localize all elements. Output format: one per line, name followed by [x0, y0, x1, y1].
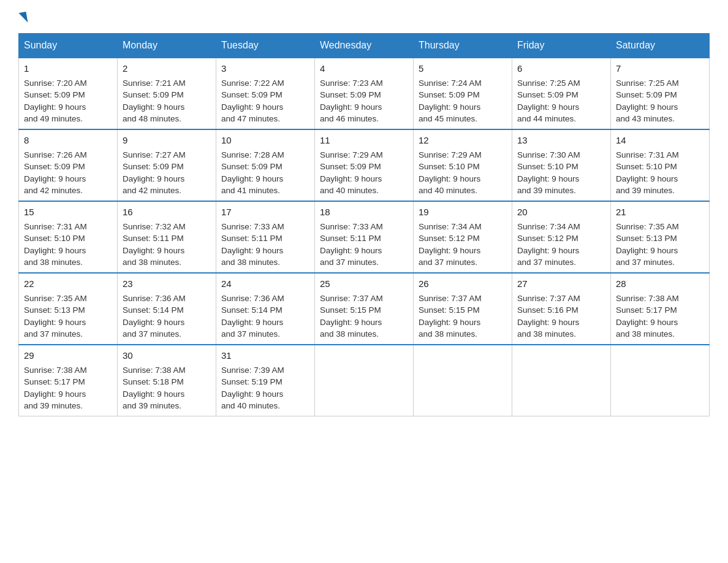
calendar-day-cell: 24 Sunrise: 7:36 AM Sunset: 5:14 PM Dayl… [216, 273, 315, 345]
header-day-friday: Friday [512, 34, 611, 58]
sunrise-label: Sunrise: 7:37 AM [517, 294, 580, 303]
empty-cell [611, 345, 710, 416]
calendar-day-cell: 10 Sunrise: 7:28 AM Sunset: 5:09 PM Dayl… [216, 129, 315, 201]
daylight-label: Daylight: 9 hours [419, 246, 480, 255]
sunrise-label: Sunrise: 7:37 AM [320, 294, 383, 303]
day-number: 1 [24, 62, 112, 75]
sunrise-label: Sunrise: 7:22 AM [221, 79, 284, 88]
daylight-label: Daylight: 9 hours [616, 318, 678, 327]
logo [18, 12, 28, 23]
day-number: 9 [123, 134, 211, 147]
calendar-week-row: 15 Sunrise: 7:31 AM Sunset: 5:10 PM Dayl… [19, 201, 710, 273]
day-number: 17 [221, 205, 309, 219]
header-day-tuesday: Tuesday [216, 34, 315, 58]
daylight-label: Daylight: 9 hours [24, 174, 86, 183]
sunrise-label: Sunrise: 7:38 AM [24, 366, 87, 375]
sunrise-label: Sunrise: 7:32 AM [123, 222, 186, 231]
sunset-label: Sunset: 5:09 PM [616, 90, 677, 99]
daylight-minutes: and 38 minutes. [419, 329, 477, 339]
calendar-day-cell: 30 Sunrise: 7:38 AM Sunset: 5:18 PM Dayl… [118, 345, 216, 416]
day-number: 13 [517, 134, 605, 147]
sunset-label: Sunset: 5:09 PM [221, 90, 282, 99]
day-number: 31 [221, 349, 309, 362]
sunset-label: Sunset: 5:10 PM [616, 162, 677, 171]
sunset-label: Sunset: 5:17 PM [24, 377, 85, 386]
daylight-label: Daylight: 9 hours [24, 318, 86, 327]
calendar-day-cell: 8 Sunrise: 7:26 AM Sunset: 5:09 PM Dayli… [19, 129, 118, 201]
daylight-minutes: and 39 minutes. [123, 401, 181, 410]
daylight-minutes: and 38 minutes. [123, 258, 181, 267]
header-day-saturday: Saturday [611, 34, 710, 58]
daylight-label: Daylight: 9 hours [419, 102, 480, 112]
day-number: 10 [221, 134, 309, 147]
daylight-minutes: and 37 minutes. [419, 258, 477, 267]
sunset-label: Sunset: 5:15 PM [419, 305, 480, 315]
sunrise-label: Sunrise: 7:36 AM [221, 294, 284, 303]
daylight-minutes: and 44 minutes. [517, 114, 576, 123]
daylight-minutes: and 40 minutes. [419, 186, 477, 195]
daylight-minutes: and 39 minutes. [24, 401, 83, 410]
calendar-day-cell: 29 Sunrise: 7:38 AM Sunset: 5:17 PM Dayl… [19, 345, 118, 416]
day-number: 20 [517, 205, 605, 219]
daylight-minutes: and 45 minutes. [419, 114, 477, 123]
day-number: 25 [320, 277, 408, 291]
daylight-minutes: and 37 minutes. [123, 329, 181, 339]
sunrise-label: Sunrise: 7:24 AM [419, 79, 482, 88]
daylight-label: Daylight: 9 hours [123, 318, 184, 327]
daylight-label: Daylight: 9 hours [221, 389, 283, 399]
daylight-minutes: and 42 minutes. [123, 186, 181, 195]
calendar-day-cell: 15 Sunrise: 7:31 AM Sunset: 5:10 PM Dayl… [19, 201, 118, 273]
day-number: 18 [320, 205, 408, 219]
daylight-minutes: and 48 minutes. [123, 114, 181, 123]
sunset-label: Sunset: 5:09 PM [419, 90, 480, 99]
daylight-minutes: and 37 minutes. [221, 329, 280, 339]
calendar-table: SundayMondayTuesdayWednesdayThursdayFrid… [18, 33, 710, 416]
daylight-minutes: and 49 minutes. [24, 114, 83, 123]
sunrise-label: Sunrise: 7:39 AM [221, 366, 284, 375]
daylight-label: Daylight: 9 hours [221, 318, 283, 327]
sunset-label: Sunset: 5:09 PM [221, 162, 282, 171]
daylight-label: Daylight: 9 hours [517, 102, 579, 112]
calendar-day-cell: 18 Sunrise: 7:33 AM Sunset: 5:11 PM Dayl… [315, 201, 414, 273]
calendar-day-cell: 7 Sunrise: 7:25 AM Sunset: 5:09 PM Dayli… [611, 58, 710, 129]
sunrise-label: Sunrise: 7:38 AM [616, 294, 679, 303]
calendar-day-cell: 26 Sunrise: 7:37 AM Sunset: 5:15 PM Dayl… [414, 273, 512, 345]
sunrise-label: Sunrise: 7:25 AM [517, 79, 580, 88]
sunset-label: Sunset: 5:19 PM [221, 377, 282, 386]
daylight-minutes: and 37 minutes. [24, 329, 83, 339]
sunrise-label: Sunrise: 7:21 AM [123, 79, 186, 88]
calendar-day-cell: 22 Sunrise: 7:35 AM Sunset: 5:13 PM Dayl… [19, 273, 118, 345]
daylight-label: Daylight: 9 hours [616, 246, 678, 255]
daylight-minutes: and 40 minutes. [221, 401, 280, 410]
daylight-minutes: and 38 minutes. [221, 258, 280, 267]
daylight-minutes: and 42 minutes. [24, 186, 83, 195]
daylight-label: Daylight: 9 hours [616, 102, 678, 112]
calendar-day-cell: 23 Sunrise: 7:36 AM Sunset: 5:14 PM Dayl… [118, 273, 216, 345]
sunrise-label: Sunrise: 7:33 AM [320, 222, 383, 231]
day-number: 29 [24, 349, 112, 362]
calendar-day-cell: 4 Sunrise: 7:23 AM Sunset: 5:09 PM Dayli… [315, 58, 414, 129]
calendar-week-row: 29 Sunrise: 7:38 AM Sunset: 5:17 PM Dayl… [19, 345, 710, 416]
sunrise-label: Sunrise: 7:31 AM [24, 222, 87, 231]
day-number: 16 [123, 205, 211, 219]
day-number: 24 [221, 277, 309, 291]
sunset-label: Sunset: 5:14 PM [123, 305, 184, 315]
header-day-monday: Monday [118, 34, 216, 58]
sunrise-label: Sunrise: 7:36 AM [123, 294, 186, 303]
sunset-label: Sunset: 5:09 PM [123, 162, 184, 171]
daylight-label: Daylight: 9 hours [123, 246, 184, 255]
daylight-label: Daylight: 9 hours [320, 318, 382, 327]
daylight-minutes: and 39 minutes. [616, 186, 675, 195]
sunrise-label: Sunrise: 7:31 AM [616, 150, 679, 159]
sunset-label: Sunset: 5:09 PM [123, 90, 184, 99]
logo-triangle-icon [19, 12, 28, 24]
sunrise-label: Sunrise: 7:35 AM [616, 222, 679, 231]
calendar-header-row: SundayMondayTuesdayWednesdayThursdayFrid… [19, 34, 710, 58]
calendar-day-cell: 28 Sunrise: 7:38 AM Sunset: 5:17 PM Dayl… [611, 273, 710, 345]
sunrise-label: Sunrise: 7:35 AM [24, 294, 87, 303]
day-number: 28 [616, 277, 704, 291]
sunset-label: Sunset: 5:14 PM [221, 305, 282, 315]
calendar-day-cell: 6 Sunrise: 7:25 AM Sunset: 5:09 PM Dayli… [512, 58, 611, 129]
sunset-label: Sunset: 5:13 PM [616, 234, 677, 243]
daylight-minutes: and 38 minutes. [616, 329, 675, 339]
